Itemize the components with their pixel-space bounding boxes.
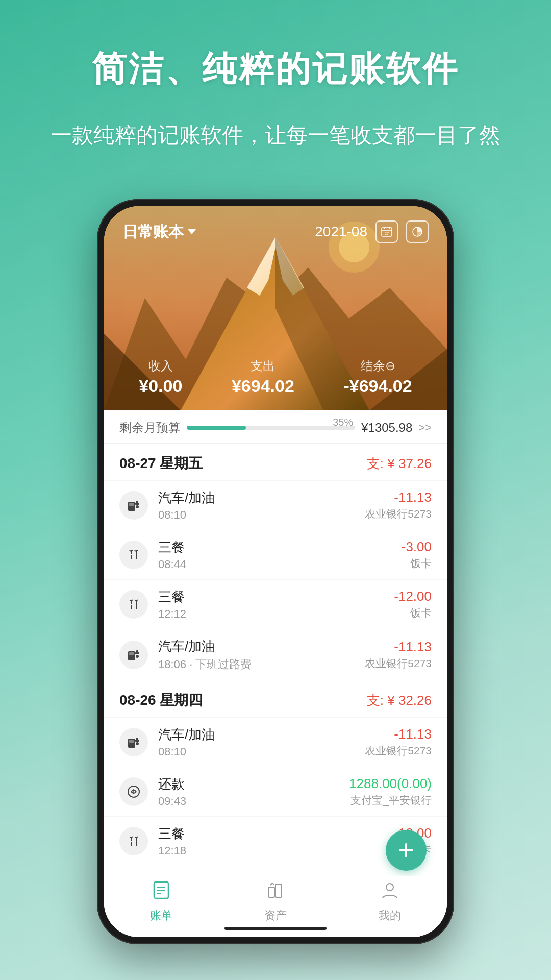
budget-arrow-icon: >> <box>418 421 432 434</box>
repay-icon <box>119 777 148 806</box>
tx-name: 三餐 <box>158 588 394 606</box>
budget-percent: 35% <box>333 416 353 428</box>
transaction-item[interactable]: 三餐 08:44 -3.00 饭卡 <box>104 530 447 579</box>
tx-amount: -12.00 <box>394 589 432 604</box>
nav-item-ledger[interactable]: 账单 <box>150 880 172 923</box>
gas-icon-0 <box>119 491 148 520</box>
tx-right: 1288.00(0.00) 支付宝_平安银行 <box>349 776 432 807</box>
nav-item-assets[interactable]: 资产 <box>264 880 287 923</box>
income-value: ¥0.00 <box>139 376 182 396</box>
tx-time: 08:44 <box>158 558 402 571</box>
tx-details: 三餐 08:44 <box>158 538 402 571</box>
date-group-title: 08-26 星期四 <box>119 691 203 710</box>
tx-time: 08:10 <box>158 745 365 758</box>
tx-name: 三餐 <box>158 538 402 556</box>
tx-time: 18:06 · 下班过路费 <box>158 657 365 672</box>
ledger-icon <box>151 880 171 905</box>
date-group-total: 支: ¥ 32.26 <box>367 692 432 709</box>
income-label: 收入 <box>139 358 182 374</box>
phone-mockup: 日常账本 2021-08 27 <box>97 199 454 944</box>
tx-time: 09:43 <box>158 795 349 808</box>
tx-name: 汽车/加油 <box>158 489 365 507</box>
tx-right: -11.13 农业银行5273 <box>365 489 432 521</box>
tx-name: 汽车/加油 <box>158 638 365 655</box>
transaction-item[interactable]: 汽车/加油 08:10 -11.13 农业银行5273 <box>104 717 447 767</box>
tx-amount: -11.13 <box>365 489 432 505</box>
expense-value: ¥694.02 <box>232 376 294 396</box>
profile-icon <box>380 880 400 905</box>
tx-details: 三餐 12:12 <box>158 588 394 621</box>
tx-details: 还款 09:43 <box>158 775 349 808</box>
add-transaction-button[interactable] <box>386 830 427 871</box>
nav-item-profile[interactable]: 我的 <box>379 880 401 923</box>
svg-rect-56 <box>276 884 282 897</box>
transaction-item[interactable]: 汽车/加油 18:06 · 下班过路费 -11.13 农业银行5273 <box>104 629 447 680</box>
tx-payment: 支付宝_平安银行 <box>349 793 432 807</box>
transaction-item[interactable]: 还款 09:43 1288.00(0.00) 支付宝_平安银行 <box>104 767 447 816</box>
nav-label-ledger: 账单 <box>150 908 172 923</box>
svg-rect-31 <box>136 650 138 653</box>
tx-name: 三餐 <box>158 825 394 843</box>
meal-icon-1 <box>119 590 148 619</box>
nav-label-assets: 资产 <box>264 908 287 923</box>
nav-label-profile: 我的 <box>379 908 401 923</box>
gas-icon-2 <box>119 728 148 756</box>
meal-icon-2 <box>119 827 148 855</box>
svg-rect-36 <box>136 738 138 741</box>
home-indicator <box>224 927 327 930</box>
svg-point-57 <box>386 884 393 891</box>
svg-rect-34 <box>129 740 134 743</box>
tx-name: 还款 <box>158 775 349 793</box>
date-group-title: 08-27 星期五 <box>119 454 203 473</box>
budget-progress: 35% <box>187 426 355 430</box>
budget-bar[interactable]: 剩余月预算 35% ¥1305.98 >> <box>104 410 447 444</box>
phone-top-bar: 日常账本 2021-08 27 <box>104 220 447 243</box>
transaction-item[interactable]: 汽车/加油 08:10 -11.13 农业银行5273 <box>104 480 447 530</box>
svg-point-32 <box>136 655 139 658</box>
chart-icon[interactable] <box>406 220 429 243</box>
tx-right: -11.13 农业银行5273 <box>365 726 432 758</box>
tx-payment: 农业银行5273 <box>365 656 432 671</box>
tx-right: -11.13 农业银行5273 <box>365 639 432 671</box>
expense-stat: 支出 ¥694.02 <box>232 358 294 396</box>
account-name-label: 日常账本 <box>122 222 184 242</box>
date-group-header-0827: 08-27 星期五 支: ¥ 37.26 <box>104 444 447 480</box>
phone-header-bg: 日常账本 2021-08 27 <box>104 206 447 410</box>
svg-rect-18 <box>136 501 138 504</box>
svg-rect-55 <box>268 887 274 897</box>
tx-time: 12:12 <box>158 607 394 621</box>
svg-text:27: 27 <box>385 232 389 235</box>
chevron-down-icon <box>188 229 196 234</box>
assets-icon <box>265 880 286 905</box>
tx-details: 三餐 12:18 <box>158 825 394 857</box>
tx-details: 汽车/加油 08:10 <box>158 489 365 522</box>
calendar-icon[interactable]: 27 <box>375 220 398 243</box>
tx-details: 汽车/加油 08:10 <box>158 726 365 758</box>
date-group-header-0826: 08-26 星期四 支: ¥ 32.26 <box>104 680 447 717</box>
date-label: 2021-08 <box>315 224 367 240</box>
tx-amount: 1288.00(0.00) <box>349 776 432 792</box>
expense-label: 支出 <box>232 358 294 374</box>
tx-amount: -11.13 <box>365 726 432 742</box>
tx-amount: -11.13 <box>365 639 432 655</box>
page-title: 简洁、纯粹的记账软件 <box>0 0 551 92</box>
svg-rect-29 <box>129 652 134 655</box>
balance-label: 结余⊖ <box>343 358 412 374</box>
page-subtitle: 一款纯粹的记账软件，让每一笔收支都一目了然 <box>0 118 551 152</box>
transaction-item[interactable]: 三餐 12:12 -12.00 饭卡 <box>104 579 447 629</box>
meal-icon-0 <box>119 541 148 569</box>
gas-icon-1 <box>119 641 148 669</box>
tx-time: 12:18 <box>158 844 394 857</box>
tx-details: 汽车/加油 18:06 · 下班过路费 <box>158 638 365 672</box>
tx-right: -12.00 饭卡 <box>394 589 432 620</box>
account-selector[interactable]: 日常账本 <box>122 222 196 242</box>
budget-fill <box>187 426 246 430</box>
svg-point-37 <box>136 742 139 745</box>
tx-payment: 饭卡 <box>402 556 432 571</box>
date-bar: 2021-08 27 <box>315 220 429 243</box>
svg-point-19 <box>136 505 139 508</box>
tx-time: 08:10 <box>158 508 365 522</box>
tx-right: -3.00 饭卡 <box>402 539 432 571</box>
tx-payment: 农业银行5273 <box>365 744 432 758</box>
phone-stats: 收入 ¥0.00 支出 ¥694.02 结余⊖ -¥694.02 <box>104 358 447 396</box>
